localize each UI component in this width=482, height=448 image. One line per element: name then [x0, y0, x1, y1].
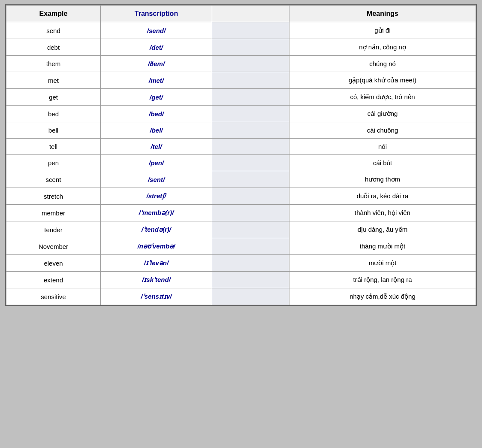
audio-cell [212, 288, 289, 305]
audio-cell [212, 205, 289, 221]
table-row: bed/bed/cái giường [6, 106, 476, 122]
example-cell: stretch [6, 188, 101, 205]
transcription-cell: /stretʃ/ [101, 188, 212, 205]
meaning-cell: cái bút [289, 155, 476, 171]
example-cell: pen [6, 155, 101, 171]
transcription-header: Transcription [101, 6, 212, 22]
audio-cell [212, 39, 289, 56]
table-body: send/send/gửi đidebt/det/nợ nần, công nợ… [6, 22, 476, 305]
example-cell: November [6, 238, 101, 255]
meaning-cell: thành viên, hội viên [289, 205, 476, 221]
example-cell: debt [6, 39, 101, 56]
transcription-cell: /det/ [101, 39, 212, 56]
table-row: member/ˈmembə(r)/thành viên, hội viên [6, 205, 476, 221]
meaning-cell: gửi đi [289, 22, 476, 39]
audio-cell [212, 188, 289, 205]
table-row: eleven/ɪˈlevən/mười một [6, 255, 476, 272]
table-row: them/ðem/chúng nó [6, 56, 476, 72]
example-cell: eleven [6, 255, 101, 272]
table-row: pen/pen/cái bút [6, 155, 476, 171]
example-cell: extend [6, 272, 101, 288]
audio-cell [212, 272, 289, 288]
table-row: scent/sent/hương thơm [6, 171, 476, 188]
audio-cell [212, 139, 289, 155]
audio-cell [212, 221, 289, 238]
example-cell: tell [6, 139, 101, 155]
audio-cell [212, 171, 289, 188]
meaning-cell: chúng nó [289, 56, 476, 72]
example-cell: bed [6, 106, 101, 122]
transcription-cell: /ˈmembə(r)/ [101, 205, 212, 221]
table-header-row: Example Transcription Meanings [6, 6, 476, 22]
table-row: send/send/gửi đi [6, 22, 476, 39]
audio-cell [212, 255, 289, 272]
table-row: debt/det/nợ nần, công nợ [6, 39, 476, 56]
meaning-cell: mười một [289, 255, 476, 272]
transcription-cell: /pen/ [101, 155, 212, 171]
meaning-cell: tháng mười một [289, 238, 476, 255]
example-cell: bell [6, 122, 101, 139]
transcription-cell: /met/ [101, 72, 212, 89]
table-row: tender/ˈtendə(r)/dịu dàng, âu yếm [6, 221, 476, 238]
transcription-cell: /bed/ [101, 106, 212, 122]
table-row: met/met/gặp(quá khứ của meet) [6, 72, 476, 89]
meaning-cell: hương thơm [289, 171, 476, 188]
transcription-cell: /nəʊˈvembə/ [101, 238, 212, 255]
transcription-cell: /ðem/ [101, 56, 212, 72]
example-cell: sensitive [6, 288, 101, 305]
transcription-cell: /ɪskˈtend/ [101, 272, 212, 288]
vocabulary-table-container: Example Transcription Meanings send/send… [5, 4, 477, 306]
table-row: tell/tel/nói [6, 139, 476, 155]
example-cell: get [6, 89, 101, 106]
meaning-cell: có, kiếm được, trở nên [289, 89, 476, 106]
meaning-cell: nói [289, 139, 476, 155]
vocabulary-table: Example Transcription Meanings send/send… [6, 5, 476, 305]
audio-cell [212, 155, 289, 171]
meaning-cell: dịu dàng, âu yếm [289, 221, 476, 238]
meanings-header: Meanings [289, 6, 476, 22]
transcription-cell: /ˈsensɪtɪv/ [101, 288, 212, 305]
example-header: Example [6, 6, 101, 22]
meaning-cell: nhạy cảm,dễ xúc động [289, 288, 476, 305]
meaning-cell: duỗi ra, kéo dài ra [289, 188, 476, 205]
transcription-cell: /ɪˈlevən/ [101, 255, 212, 272]
meaning-cell: cái giường [289, 106, 476, 122]
table-row: sensitive/ˈsensɪtɪv/nhạy cảm,dễ xúc động [6, 288, 476, 305]
transcription-cell: /bel/ [101, 122, 212, 139]
table-row: stretch/stretʃ/duỗi ra, kéo dài ra [6, 188, 476, 205]
audio-header [212, 6, 289, 22]
transcription-cell: /get/ [101, 89, 212, 106]
example-cell: scent [6, 171, 101, 188]
example-cell: tender [6, 221, 101, 238]
audio-cell [212, 56, 289, 72]
audio-cell [212, 238, 289, 255]
table-row: extend/ɪskˈtend/trải rộng, lan rộng ra [6, 272, 476, 288]
transcription-cell: /ˈtendə(r)/ [101, 221, 212, 238]
meaning-cell: gặp(quá khứ của meet) [289, 72, 476, 89]
audio-cell [212, 122, 289, 139]
audio-cell [212, 72, 289, 89]
audio-cell [212, 106, 289, 122]
audio-cell [212, 89, 289, 106]
table-row: bell/bel/cái chuông [6, 122, 476, 139]
example-cell: met [6, 72, 101, 89]
meaning-cell: cái chuông [289, 122, 476, 139]
transcription-cell: /send/ [101, 22, 212, 39]
audio-cell [212, 22, 289, 39]
table-row: November/nəʊˈvembə/tháng mười một [6, 238, 476, 255]
meaning-cell: nợ nần, công nợ [289, 39, 476, 56]
example-cell: send [6, 22, 101, 39]
example-cell: member [6, 205, 101, 221]
meaning-cell: trải rộng, lan rộng ra [289, 272, 476, 288]
transcription-cell: /tel/ [101, 139, 212, 155]
table-row: get/get/có, kiếm được, trở nên [6, 89, 476, 106]
transcription-cell: /sent/ [101, 171, 212, 188]
example-cell: them [6, 56, 101, 72]
